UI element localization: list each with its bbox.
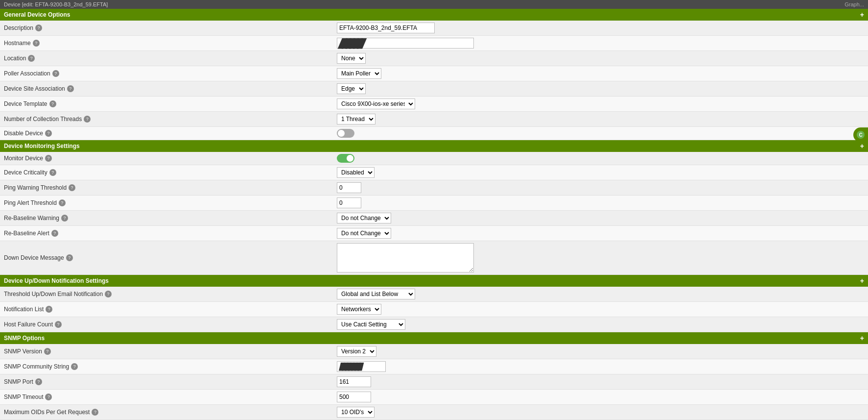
graph-link[interactable]: Graph... [845, 1, 864, 7]
section-toggle-general[interactable]: + [860, 11, 864, 19]
section-toggle-monitoring[interactable]: + [860, 142, 864, 150]
label-location: Location [4, 55, 26, 62]
label-down-device-message: Down Device Message [4, 254, 64, 261]
toggle-disable-device[interactable] [337, 129, 354, 138]
input-description[interactable] [337, 23, 435, 33]
label-rebaseline-alert: Re-Baseline Alert [4, 230, 49, 237]
row-disable-device: Disable Device ? [0, 127, 868, 140]
row-device-site-association: Device Site Association ? Edge [0, 81, 868, 97]
help-ping-alert-threshold[interactable]: ? [59, 199, 66, 206]
select-rebaseline-warning[interactable]: Do not Change [337, 213, 391, 223]
label-ping-alert-threshold: Ping Alert Threshold [4, 199, 57, 206]
help-rebaseline-alert[interactable]: ? [51, 230, 58, 237]
help-snmp-port[interactable]: ? [35, 378, 42, 385]
updown-notification-body: Threshold Up/Down Email Notification ? G… [0, 287, 868, 332]
row-snmp-timeout: SNMP Timeout ? [0, 390, 868, 405]
section-updown-notification: Device Up/Down Notification Settings + [0, 275, 868, 287]
select-snmp-version[interactable]: Version 2 [337, 346, 376, 357]
row-max-oids: Maximum OIDs Per Get Request ? 10 OID's [0, 405, 868, 420]
select-max-oids[interactable]: 10 OID's [337, 407, 375, 418]
row-ping-alert-threshold: Ping Alert Threshold ? [0, 196, 868, 211]
select-host-failure-count[interactable]: Use Cacti Setting [337, 319, 405, 330]
textarea-down-device-message[interactable] [337, 243, 474, 272]
section-toggle-updown[interactable]: + [860, 277, 864, 285]
row-ping-warning-threshold: Ping Warning Threshold ? [0, 180, 868, 196]
help-down-device-message[interactable]: ? [66, 254, 73, 261]
label-monitor-device: Monitor Device [4, 155, 43, 162]
row-monitor-device: Monitor Device ? [0, 152, 868, 165]
select-device-criticality[interactable]: Disabled [337, 167, 375, 178]
select-threshold-email[interactable]: Global and List Below [337, 289, 415, 299]
snmp-community-string-value: ███████ [337, 361, 386, 372]
snmp-options-body: SNMP Version ? Version 2 SNMP Community … [0, 344, 868, 420]
row-hostname: Hostname ? ██████ [0, 36, 868, 51]
device-monitoring-body: Monitor Device ? Device Criticality ? Di… [0, 152, 868, 275]
page-container: Device [edit: EFTA-9200-B3_2nd_59.EFTA] … [0, 0, 868, 420]
title-bar: Device [edit: EFTA-9200-B3_2nd_59.EFTA] … [0, 0, 868, 9]
help-disable-device[interactable]: ? [45, 130, 52, 137]
label-description: Description [4, 25, 33, 31]
help-snmp-timeout[interactable]: ? [45, 394, 52, 400]
label-snmp-community-string: SNMP Community String [4, 363, 69, 370]
row-location: Location ? None [0, 51, 868, 66]
help-description[interactable]: ? [35, 25, 42, 31]
select-collection-threads[interactable]: 1 Thread [337, 114, 375, 124]
row-rebaseline-alert: Re-Baseline Alert ? Do not Change [0, 226, 868, 241]
help-notification-list[interactable]: ? [46, 306, 52, 313]
row-snmp-version: SNMP Version ? Version 2 [0, 344, 868, 359]
select-location[interactable]: None [337, 53, 366, 64]
window-title: Device [edit: EFTA-9200-B3_2nd_59.EFTA] [4, 1, 108, 7]
help-poller-association[interactable]: ? [52, 70, 59, 77]
input-snmp-port[interactable] [337, 376, 371, 387]
svg-text:C: C [859, 132, 862, 138]
help-snmp-version[interactable]: ? [44, 348, 51, 355]
select-notification-list[interactable]: Networkers [337, 304, 381, 315]
input-ping-alert-threshold[interactable] [337, 198, 361, 208]
section-toggle-snmp[interactable]: + [860, 334, 864, 342]
input-snmp-timeout[interactable] [337, 392, 371, 402]
input-ping-warning-threshold[interactable] [337, 182, 361, 193]
row-rebaseline-warning: Re-Baseline Warning ? Do not Change [0, 211, 868, 226]
label-device-site-association: Device Site Association [4, 85, 65, 92]
select-device-template[interactable]: Cisco 9X00-ios-xe series [337, 99, 415, 109]
help-max-oids[interactable]: ? [92, 409, 98, 416]
row-collection-threads: Number of Collection Threads ? 1 Thread [0, 112, 868, 127]
label-snmp-version: SNMP Version [4, 348, 42, 355]
row-snmp-community-string: SNMP Community String ? ███████ [0, 359, 868, 374]
help-device-template[interactable]: ? [49, 100, 56, 107]
section-snmp-options: SNMP Options + [0, 332, 868, 344]
hostname-value: ██████ [337, 38, 474, 49]
help-device-criticality[interactable]: ? [49, 169, 56, 176]
label-host-failure-count: Host Failure Count [4, 321, 53, 328]
select-device-site-association[interactable]: Edge [337, 83, 366, 94]
help-device-site-association[interactable]: ? [67, 85, 74, 92]
label-device-criticality: Device Criticality [4, 169, 47, 176]
row-poller-association: Poller Association ? Main Poller [0, 66, 868, 81]
row-down-device-message: Down Device Message ? [0, 241, 868, 275]
help-threshold-email[interactable]: ? [105, 291, 112, 297]
help-rebaseline-warning[interactable]: ? [61, 215, 68, 222]
label-poller-association: Poller Association [4, 70, 50, 77]
label-disable-device: Disable Device [4, 130, 43, 137]
help-monitor-device[interactable]: ? [45, 155, 52, 162]
general-device-options-body: Description ? Hostname ? ██████ Location… [0, 21, 868, 140]
help-host-failure-count[interactable]: ? [55, 321, 62, 328]
help-hostname[interactable]: ? [33, 40, 40, 47]
label-collection-threads: Number of Collection Threads [4, 116, 82, 123]
help-snmp-community-string[interactable]: ? [71, 363, 78, 370]
help-location[interactable]: ? [28, 55, 35, 62]
section-general-device-options: General Device Options + [0, 9, 868, 21]
select-poller-association[interactable]: Main Poller [337, 68, 381, 79]
cacti-icon[interactable]: C [853, 127, 868, 142]
help-collection-threads[interactable]: ? [84, 116, 91, 123]
row-host-failure-count: Host Failure Count ? Use Cacti Setting [0, 317, 868, 332]
row-device-template: Device Template ? Cisco 9X00-ios-xe seri… [0, 97, 868, 112]
label-rebaseline-warning: Re-Baseline Warning [4, 215, 59, 222]
help-ping-warning-threshold[interactable]: ? [69, 184, 75, 191]
row-description: Description ? [0, 21, 868, 36]
cacti-logo-icon: C [856, 130, 865, 139]
label-notification-list: Notification List [4, 306, 44, 313]
select-rebaseline-alert[interactable]: Do not Change [337, 228, 391, 239]
row-threshold-email: Threshold Up/Down Email Notification ? G… [0, 287, 868, 302]
toggle-monitor-device[interactable] [337, 154, 354, 163]
